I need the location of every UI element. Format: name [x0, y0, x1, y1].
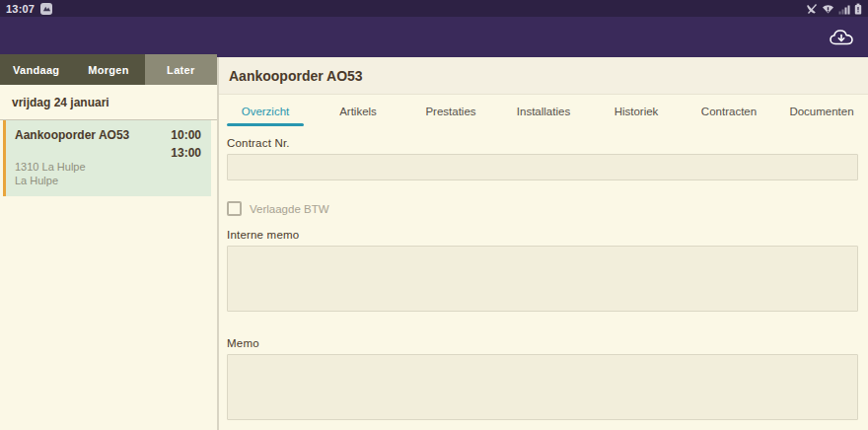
- tab-vandaag[interactable]: Vandaag: [0, 54, 72, 85]
- app-bar: [0, 17, 868, 57]
- tab-historiek[interactable]: Historiek: [590, 95, 683, 128]
- body-row: Vandaag Morgen Later vrijdag 24 januari …: [0, 57, 868, 430]
- cloud-sync-button[interactable]: [829, 28, 854, 47]
- verlaagde-btw-label: Verlaagde BTW: [250, 203, 329, 215]
- agenda-tab-bar: Vandaag Morgen Later: [0, 54, 217, 85]
- tab-installaties[interactable]: Installaties: [497, 95, 590, 128]
- appointment-address-line1: 1310 La Hulpe: [15, 160, 129, 174]
- memo-label: Memo: [227, 337, 858, 349]
- appointment-times: 10:00 13:00: [171, 128, 201, 187]
- page-title: Aankooporder AO53: [219, 57, 868, 95]
- cloud-download-icon: [829, 28, 854, 47]
- verlaagde-btw-row: Verlaagde BTW: [227, 201, 858, 216]
- interne-memo-textarea[interactable]: [227, 246, 858, 312]
- clock: 13:07: [6, 3, 35, 15]
- detail-tab-bar: Overzicht Artikels Prestaties Installati…: [219, 95, 868, 128]
- wifi-alert-icon: [822, 3, 834, 15]
- battery-icon: [854, 3, 862, 15]
- appointment-title: Aankooporder AO53: [15, 128, 129, 142]
- overview-form: Contract Nr. Verlaagde BTW Interne memo …: [219, 128, 868, 430]
- signal-bars-icon: [838, 3, 850, 15]
- contract-nr-label: Contract Nr.: [227, 137, 858, 149]
- appointment-end-time: 13:00: [171, 146, 201, 160]
- verlaagde-btw-checkbox[interactable]: [227, 201, 242, 216]
- status-bar: 13:07: [0, 0, 868, 17]
- detail-pane: Aankooporder AO53 Overzicht Artikels Pre…: [219, 57, 868, 430]
- tab-overzicht[interactable]: Overzicht: [219, 95, 312, 128]
- tab-prestaties[interactable]: Prestaties: [404, 95, 497, 128]
- appointment-address-line2: La Hulpe: [15, 174, 129, 187]
- status-bar-left: 13:07: [6, 3, 52, 15]
- tab-morgen[interactable]: Morgen: [72, 54, 144, 85]
- appointment-start-time: 10:00: [171, 128, 201, 142]
- memo-textarea[interactable]: [227, 354, 858, 420]
- date-header: vrijdag 24 januari: [0, 85, 217, 120]
- tab-documenten[interactable]: Documenten: [775, 95, 868, 128]
- app-screen: 13:07: [0, 0, 868, 430]
- tab-later[interactable]: Later: [145, 54, 217, 85]
- interne-memo-label: Interne memo: [227, 229, 858, 241]
- appointment-card-left: Aankooporder AO53 1310 La Hulpe La Hulpe: [15, 128, 129, 187]
- status-bar-right: [806, 3, 862, 15]
- interne-memo-group: Interne memo: [227, 229, 858, 316]
- tab-artikels[interactable]: Artikels: [312, 95, 404, 128]
- memo-group: Memo: [227, 337, 858, 424]
- notification-app-icon: [40, 3, 52, 15]
- appointment-card[interactable]: Aankooporder AO53 1310 La Hulpe La Hulpe…: [3, 120, 211, 196]
- contract-nr-input[interactable]: [227, 154, 858, 180]
- tab-contracten[interactable]: Contracten: [683, 95, 775, 128]
- phone-muted-icon: [806, 3, 818, 15]
- agenda-sidebar: Vandaag Morgen Later vrijdag 24 januari …: [0, 57, 219, 430]
